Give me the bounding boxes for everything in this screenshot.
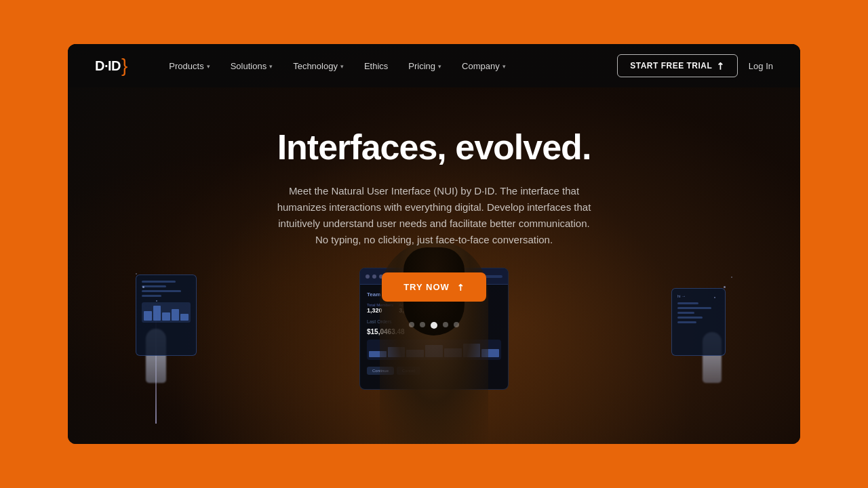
login-label: Log In bbox=[749, 61, 773, 71]
try-now-arrow-icon: ↗ bbox=[454, 281, 467, 293]
arrow-icon: ↗ bbox=[714, 59, 728, 73]
nav-item-pricing[interactable]: Pricing ▾ bbox=[400, 57, 450, 75]
chevron-icon-pricing: ▾ bbox=[438, 63, 441, 70]
carousel-dot-2[interactable] bbox=[420, 322, 425, 327]
browser-window: D·ID} Products ▾ Solutions ▾ Technology … bbox=[68, 44, 800, 444]
nav-item-company[interactable]: Company ▾ bbox=[454, 57, 514, 75]
hero-section: Interfaces, evolved. Meet the Natural Us… bbox=[68, 87, 800, 342]
nav-label-pricing: Pricing bbox=[408, 61, 435, 71]
carousel-dot-4[interactable] bbox=[443, 322, 448, 327]
nav-links: Products ▾ Solutions ▾ Technology ▾ Ethi… bbox=[161, 57, 617, 75]
hero-subtitle: Meet the Natural User Interface (NUI) by… bbox=[271, 183, 597, 248]
chevron-icon-company: ▾ bbox=[502, 63, 506, 70]
nav-item-technology[interactable]: Technology ▾ bbox=[285, 57, 352, 75]
login-button[interactable]: Log In bbox=[749, 61, 773, 71]
nav-label-ethics: Ethics bbox=[364, 61, 388, 71]
nav-item-ethics[interactable]: Ethics bbox=[356, 57, 396, 75]
try-now-button[interactable]: TRY NOW ↗ bbox=[382, 272, 486, 302]
nav-label-technology: Technology bbox=[293, 61, 338, 71]
try-now-label: TRY NOW bbox=[403, 282, 450, 292]
nav-item-solutions[interactable]: Solutions ▾ bbox=[222, 57, 281, 75]
logo-text: D·ID bbox=[95, 58, 121, 74]
logo[interactable]: D·ID} bbox=[95, 55, 127, 77]
nav-label-company: Company bbox=[462, 61, 500, 71]
chevron-icon-solutions: ▾ bbox=[269, 63, 273, 70]
navbar: D·ID} Products ▾ Solutions ▾ Technology … bbox=[68, 44, 800, 87]
nav-item-products[interactable]: Products ▾ bbox=[161, 57, 218, 75]
carousel-dots bbox=[409, 322, 459, 329]
carousel-dot-3[interactable] bbox=[431, 322, 437, 329]
nav-right: START FREE TRIAL ↗ Log In bbox=[617, 54, 773, 77]
trial-button-label: START FREE TRIAL bbox=[630, 61, 712, 70]
carousel-dot-5[interactable] bbox=[454, 322, 459, 327]
chevron-icon-products: ▾ bbox=[207, 63, 210, 70]
start-free-trial-button[interactable]: START FREE TRIAL ↗ bbox=[617, 54, 738, 77]
hero-title: Interfaces, evolved. bbox=[277, 128, 591, 167]
carousel-dot-1[interactable] bbox=[409, 322, 414, 327]
nav-label-products: Products bbox=[169, 61, 203, 71]
nav-label-solutions: Solutions bbox=[231, 61, 267, 71]
logo-bracket: } bbox=[121, 55, 127, 77]
chevron-icon-technology: ▾ bbox=[340, 63, 344, 70]
